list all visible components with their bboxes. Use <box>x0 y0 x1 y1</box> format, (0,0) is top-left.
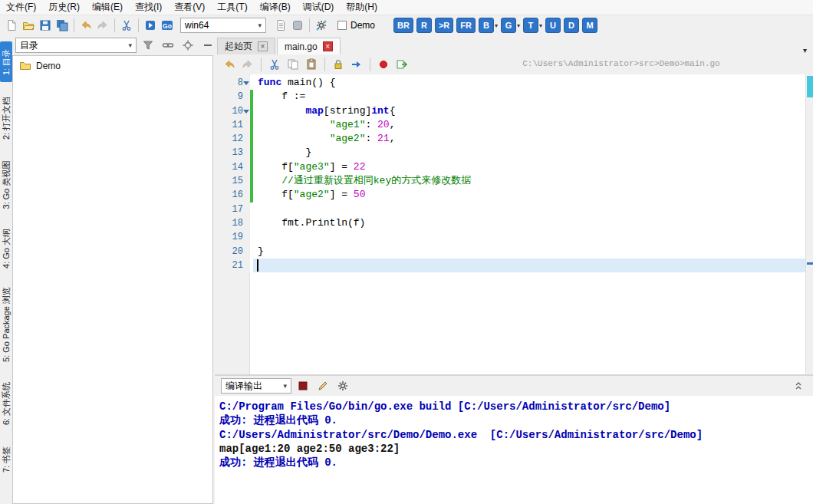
menu-item[interactable]: 编辑(E) <box>86 0 129 15</box>
tab-close-button[interactable]: × <box>323 41 333 51</box>
funnel-button[interactable] <box>140 37 156 54</box>
new-file-button[interactable] <box>3 17 20 34</box>
clear-button[interactable] <box>314 377 331 394</box>
code-editor[interactable]: 8func main() {9 f :=10 map[string]int{11… <box>215 74 813 374</box>
tab-list-button[interactable]: ▾ <box>803 46 807 54</box>
stop-button[interactable] <box>295 377 311 394</box>
menu-item[interactable]: 编译(B) <box>254 0 297 15</box>
menu-item[interactable]: 帮助(H) <box>340 0 383 15</box>
chevron-down-icon[interactable]: ▾ <box>495 22 498 29</box>
editor-scrollbar[interactable] <box>805 74 813 374</box>
demo-checkbox[interactable]: Demo <box>337 20 375 31</box>
sidebar-tab[interactable]: 1: 目录 <box>0 41 12 82</box>
save-all-button[interactable] <box>54 17 71 34</box>
redo-button[interactable] <box>94 17 111 34</box>
code-text[interactable]: } <box>253 146 805 160</box>
code-text[interactable]: "age2": 21, <box>253 132 805 146</box>
undo-button[interactable] <box>221 56 238 73</box>
output-line: C:/Program Files/Go/bin/go.exe build [C:… <box>219 400 813 413</box>
code-token: : <box>365 119 377 130</box>
minus-button[interactable] <box>199 37 216 54</box>
link-button[interactable] <box>160 37 176 54</box>
editor-tab[interactable]: main.go× <box>277 38 341 54</box>
sidebar-tab[interactable]: 6: 文件系统 <box>0 374 12 433</box>
build-button-G[interactable]: G <box>501 18 516 33</box>
fold-marker[interactable] <box>243 110 249 114</box>
tab-close-button[interactable]: × <box>258 41 268 51</box>
build-button-D[interactable]: D <box>564 18 579 33</box>
build-button-BR[interactable]: BR <box>393 18 413 33</box>
menu-item[interactable]: 工具(T) <box>211 0 253 15</box>
scrollbar-thumb[interactable] <box>807 76 813 97</box>
code-text[interactable] <box>253 259 805 272</box>
cut-button[interactable] <box>266 56 283 73</box>
doc-button[interactable] <box>272 17 289 34</box>
sidebar-tab[interactable]: 3: Go 类视图 <box>0 153 12 216</box>
build-button-B[interactable]: B <box>479 18 494 33</box>
code-text[interactable]: //通过重新设置相同key的方式来修改数据 <box>253 174 805 188</box>
record-button[interactable] <box>375 56 392 73</box>
sidebar-tabstrip: 1: 目录2: 打开文档3: Go 类视图4: Go 大纲5: Go Packa… <box>0 35 12 504</box>
build-env-combo[interactable]: win64 ▾ <box>180 18 266 33</box>
save-file-icon <box>39 19 51 31</box>
folders-view-combo[interactable]: 目录 ▾ <box>15 38 137 53</box>
separator <box>324 58 325 71</box>
code-text[interactable]: } <box>253 245 805 259</box>
code-token: 21 <box>377 133 390 144</box>
open-file-button[interactable] <box>20 17 37 34</box>
build-button-gtR[interactable]: >R <box>435 18 453 33</box>
save-file-button[interactable] <box>37 17 54 34</box>
export-button[interactable] <box>393 56 410 73</box>
sidebar-tab[interactable]: 5: Go Package 浏览 <box>0 281 12 367</box>
code-text[interactable]: f := <box>253 90 805 104</box>
build-button-R[interactable]: R <box>416 18 432 33</box>
menu-item[interactable]: 查看(V) <box>168 0 211 15</box>
redo-button[interactable] <box>239 56 256 73</box>
sparkle-gear-button[interactable] <box>313 17 330 34</box>
menu-item[interactable]: 调试(D) <box>297 0 341 15</box>
folder-tree[interactable]: Demo <box>12 55 213 504</box>
menu-item[interactable]: 历史(R) <box>42 0 86 15</box>
chevron-down-icon[interactable]: ▾ <box>517 22 520 29</box>
tree-item[interactable]: Demo <box>13 56 212 76</box>
code-text[interactable]: map[string]int{ <box>253 104 805 118</box>
menu-item[interactable]: 查找(I) <box>129 0 168 15</box>
graybox-button[interactable] <box>289 17 306 34</box>
sidebar-tab[interactable]: 7: 书签 <box>0 439 12 479</box>
build-button-FR[interactable]: FR <box>456 18 476 33</box>
code-text[interactable]: func main() { <box>253 76 805 90</box>
code-text[interactable]: f["age3"] = 22 <box>253 160 805 174</box>
build-button-T[interactable]: T <box>523 18 538 33</box>
sidebar-tab[interactable]: 4: Go 大纲 <box>0 222 12 275</box>
code-text[interactable]: f["age2"] = 50 <box>253 188 805 202</box>
cut-button[interactable] <box>118 17 135 34</box>
code-token: "age1" <box>330 119 366 130</box>
output-view-combo[interactable]: 编译输出 ▾ <box>221 378 291 394</box>
code-text[interactable] <box>253 230 805 244</box>
lock-button[interactable] <box>330 56 347 73</box>
crosshair-button[interactable] <box>179 37 196 54</box>
editor-tab[interactable]: 起始页× <box>217 38 275 54</box>
code-text[interactable]: fmt.Println(f) <box>253 216 805 230</box>
build-button-M[interactable]: M <box>582 18 597 33</box>
code-line: 9 f := <box>215 90 805 104</box>
code-text[interactable]: "age1": 20, <box>253 118 805 132</box>
build-button-U[interactable]: U <box>545 18 561 33</box>
code-token: f[ <box>258 189 294 200</box>
jump-button[interactable] <box>348 56 365 73</box>
paste-button[interactable] <box>303 56 320 73</box>
panel-expand-button[interactable] <box>790 377 807 394</box>
code-text[interactable] <box>253 203 805 216</box>
folders-panel-header: 目录 ▾ <box>12 35 213 55</box>
main-toolbar: Go win64 ▾ Demo BRR>RFRB▾G▾T▾UDM <box>0 15 813 35</box>
undo-button[interactable] <box>77 17 94 34</box>
go-button[interactable]: Go <box>159 17 176 34</box>
sidebar-tab[interactable]: 2: 打开文档 <box>0 88 12 147</box>
copy-button[interactable] <box>285 56 301 73</box>
menu-item[interactable]: 文件(F) <box>0 0 42 15</box>
gear-button[interactable] <box>334 377 351 394</box>
code-line: 14 f["age3"] = 22 <box>215 160 805 174</box>
env-button[interactable] <box>142 17 159 34</box>
chevron-down-icon[interactable]: ▾ <box>539 22 542 29</box>
fold-marker[interactable] <box>243 81 249 85</box>
